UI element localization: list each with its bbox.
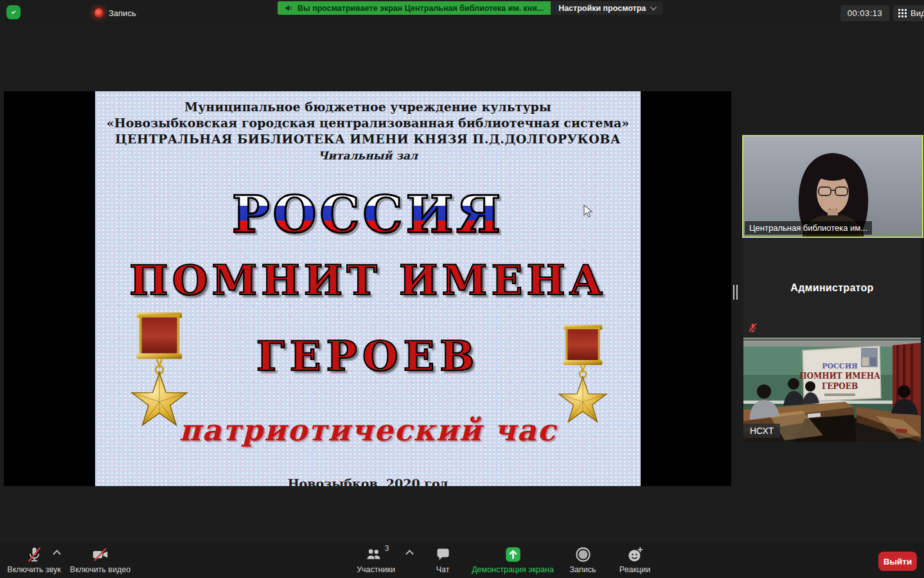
shared-screen-area: Муниципальное бюджетное учреждение культ… — [4, 91, 731, 486]
banner-message: Вы просматриваете экран Центральная библ… — [278, 1, 551, 15]
room-name-label: НСХТ — [743, 424, 780, 438]
video-tile-room[interactable]: РОССИЯ ПОМНИТ ИМЕНА ГЕРОЕВ НСХТ — [743, 338, 921, 442]
active-speaker-name-label: Центральная библиотека им... — [745, 221, 872, 235]
slide-title-russia: РОССИЯ — [95, 190, 641, 240]
chevron-down-icon — [650, 4, 657, 10]
slide-org-line4: Читальный зал — [95, 149, 641, 162]
meeting-toolbar: Включить звук Включить видео 3 Участники — [0, 542, 924, 578]
leave-meeting-button[interactable]: Выйти — [878, 552, 917, 571]
camera-muted-icon — [91, 546, 110, 563]
view-settings-dropdown[interactable]: Настройки просмотра — [551, 1, 662, 15]
record-label: Запись — [569, 565, 596, 574]
slide-org-line2: «Новозыбковская городская централизованн… — [95, 116, 641, 130]
room-screen-line3: ГЕРОЕВ — [822, 382, 858, 391]
reactions-button[interactable]: Реакции — [614, 545, 656, 574]
record-button[interactable]: Запись — [564, 545, 601, 574]
participants-options-chevron-icon[interactable] — [405, 550, 414, 558]
gold-star-medal-left — [127, 310, 191, 429]
slide-title-line2: ПОМНИТ ИМЕНА — [95, 260, 641, 301]
view-button[interactable]: Вид — [893, 5, 924, 21]
share-screen-button[interactable]: Демонстрация экрана — [465, 545, 560, 574]
reactions-label: Реакции — [619, 565, 650, 574]
slide-org-line3: ЦЕНТРАЛЬНАЯ БИБЛИОТЕКА ИМЕНИ КНЯЗЯ П.Д.Д… — [95, 132, 641, 146]
chat-label: Чат — [436, 565, 450, 574]
start-video-button[interactable]: Включить видео — [71, 545, 130, 574]
chat-button[interactable]: Чат — [428, 545, 458, 574]
record-icon — [574, 546, 592, 563]
speaker-icon — [285, 4, 293, 12]
grid-view-icon — [898, 9, 907, 17]
view-button-label: Вид — [911, 8, 924, 18]
share-screen-icon — [504, 546, 522, 563]
gold-star-medal-right — [555, 323, 610, 426]
chat-icon — [435, 546, 451, 562]
room-screen-line2: ПОМНИТ ИМЕНА — [799, 372, 880, 381]
mic-muted-icon — [26, 546, 43, 563]
slide-org-line1: Муниципальное бюджетное учреждение культ… — [95, 100, 641, 114]
panel-resize-handle[interactable] — [733, 285, 738, 300]
participants-label: Участники — [357, 565, 395, 574]
security-shield-icon[interactable] — [6, 5, 21, 19]
recording-indicator-icon — [94, 8, 103, 17]
muted-mic-icon — [747, 322, 758, 333]
unmute-button[interactable]: Включить звук — [8, 545, 60, 574]
reactions-smiley-icon — [626, 546, 644, 563]
participant-name: Администратор — [790, 282, 873, 294]
meeting-timer: 00:03:13 — [840, 5, 889, 21]
start-video-label: Включить видео — [70, 565, 130, 574]
participants-button[interactable]: 3 Участники — [351, 545, 401, 574]
view-settings-label: Настройки просмотра — [558, 4, 646, 13]
video-tile-administrator[interactable]: Администратор — [743, 239, 921, 336]
recording-label: Запись — [109, 8, 136, 18]
unmute-label: Включить звук — [7, 565, 60, 574]
mouse-cursor-icon — [583, 204, 593, 218]
presentation-slide: Муниципальное бюджетное учреждение культ… — [95, 91, 641, 486]
screen-share-banner: Вы просматриваете экран Центральная библ… — [278, 1, 662, 15]
room-screen-line1: РОССИЯ — [822, 362, 858, 370]
slide-subtitle: патриотический час — [95, 413, 641, 447]
banner-text: Вы просматриваете экран Центральная библ… — [298, 4, 544, 13]
slide-footer: Новозыбков, 2020 год — [95, 476, 641, 486]
participants-icon — [365, 546, 383, 563]
video-tile-active-speaker[interactable]: Центральная библиотека им... — [742, 135, 923, 238]
share-screen-label: Демонстрация экрана — [472, 565, 554, 574]
meeting-topbar: Запись Вы просматриваете экран Центральн… — [0, 0, 924, 26]
participants-count-badge: 3 — [385, 544, 389, 553]
